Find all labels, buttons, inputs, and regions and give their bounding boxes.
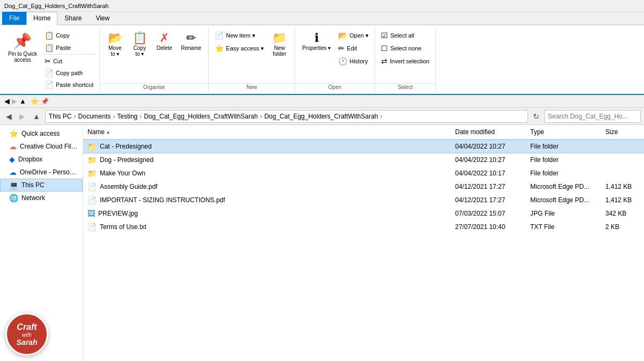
file-cell-size (601, 153, 644, 166)
file-cell-type: JPG File (526, 207, 601, 220)
watermark: Craft with Sarah (5, 313, 48, 356)
file-list-header: Name ▲ Date modified Type Size (83, 125, 644, 139)
paste-shortcut-button[interactable]: 📄 Paste shortcut (42, 79, 96, 91)
ribbon: 📌 Pin to Quickaccess 📋 Copy 📋 Paste ✂ Cu… (0, 25, 644, 95)
col-header-size[interactable]: Size (601, 126, 644, 138)
history-icon: 🕐 (338, 57, 347, 65)
sidebar-item-this-pc[interactable]: 💻 This PC (0, 179, 83, 191)
paste-button[interactable]: 📋 Paste (42, 42, 96, 54)
copy-path-button[interactable]: 📄 Copy path (42, 67, 96, 79)
sidebar-item-onedrive[interactable]: ☁ OneDrive - Personal (0, 166, 83, 179)
copy-to-button[interactable]: 📋 Copyto ▾ (128, 30, 151, 60)
properties-button[interactable]: ℹ Properties ▾ (298, 30, 334, 54)
new-group: 📄 New item ▾ ⭐ Easy access ▾ 📁 Newfolder… (209, 27, 295, 92)
file-cell-name: 📁 Dog - Predesigned (83, 153, 451, 166)
file-cell-date: 27/07/2021 10:40 (451, 220, 526, 233)
easy-access-button[interactable]: ⭐ Easy access ▾ (212, 42, 267, 54)
col-header-date[interactable]: Date modified (451, 126, 526, 138)
ribbon-tabs: File Home Share View (0, 12, 644, 25)
address-bar[interactable]: This PC › Documents › Testing › Dog_Cat_… (45, 110, 528, 123)
copy-to-icon: 📋 (133, 32, 147, 44)
file-name: Cat - Predesigned (100, 143, 152, 150)
new-item-icon: 📄 (215, 31, 224, 40)
breadcrumb-this-pc[interactable]: This PC (49, 113, 72, 120)
file-cell-type: Microsoft Edge PD... (526, 194, 601, 207)
select-all-button[interactable]: ☑ Select all (378, 30, 432, 41)
file-row[interactable]: 🖼 PREVIEW.jpg 07/03/2022 15:07 JPG File … (83, 207, 644, 220)
open-label: Open (295, 83, 375, 91)
file-icon: 📄 (87, 196, 97, 204)
rename-button[interactable]: ✏ Rename (177, 30, 205, 54)
clipboard-group: 📌 Pin to Quickaccess 📋 Copy 📋 Paste ✂ Cu… (0, 27, 100, 92)
onedrive-icon: ☁ (9, 168, 17, 176)
breadcrumb-folder1[interactable]: Dog_Cat_Egg_Holders_CraftWithSarah (144, 113, 258, 120)
file-name: Dog - Predesigned (100, 156, 153, 164)
invert-selection-button[interactable]: ⇄ Invert selection (378, 55, 432, 67)
forward-icon: ▶ (12, 97, 17, 105)
file-row[interactable]: 📄 Assembly Guide.pdf 04/12/2021 17:27 Mi… (83, 180, 644, 194)
tab-view[interactable]: View (89, 12, 116, 25)
search-input[interactable] (544, 110, 641, 123)
col-header-name[interactable]: Name ▲ (83, 126, 451, 138)
forward-button[interactable]: ▶ (17, 110, 28, 122)
file-name: IMPORTANT - SIZING INSTRUCTIONS.pdf (100, 196, 225, 204)
copy-button[interactable]: 📋 Copy (42, 30, 96, 41)
file-cell-name: 📁 Cat - Predesigned (83, 140, 451, 153)
delete-button[interactable]: ✗ Delete (152, 30, 176, 54)
breadcrumb-folder2[interactable]: Dog_Cat_Egg_Holders_CraftWithSarah (264, 113, 378, 120)
titlebar-text: Dog_Cat_Egg_Holders_CraftWithSarah (4, 3, 108, 9)
file-row[interactable]: 📄 Terms of Use.txt 27/07/2021 10:40 TXT … (83, 220, 644, 234)
properties-icon: ℹ (314, 32, 319, 44)
file-cell-date: 07/03/2022 15:07 (451, 207, 526, 220)
file-name: PREVIEW.jpg (98, 210, 138, 217)
pin-to-quick-access-button[interactable]: 📌 Pin to Quickaccess (3, 30, 42, 91)
creative-cloud-icon: ☁ (9, 142, 17, 151)
up-icon[interactable]: ▲ (19, 97, 26, 105)
col-header-type[interactable]: Type (526, 126, 601, 138)
tab-share[interactable]: Share (57, 12, 89, 25)
select-none-button[interactable]: ☐ Select none (378, 42, 432, 54)
file-row[interactable]: 📁 Dog - Predesigned 04/04/2022 10:27 Fil… (83, 153, 644, 167)
back-button[interactable]: ◀ (3, 110, 14, 122)
back-icon[interactable]: ◀ (4, 97, 10, 105)
file-row[interactable]: 📁 Cat - Predesigned 04/04/2022 10:27 Fil… (83, 139, 644, 153)
history-button[interactable]: 🕐 History (335, 55, 371, 67)
edit-button[interactable]: ✏ Edit (335, 42, 371, 54)
new-folder-button[interactable]: 📁 Newfolder (268, 30, 291, 60)
file-cell-date: 04/04/2022 10:17 (451, 167, 526, 180)
titlebar: Dog_Cat_Egg_Holders_CraftWithSarah (0, 0, 644, 12)
file-row[interactable]: 📁 Make Your Own 04/04/2022 10:17 File fo… (83, 167, 644, 180)
file-icon: 🖼 (87, 209, 95, 218)
quick-access-icon: ⭐ (9, 129, 18, 138)
sidebar-item-network[interactable]: 🌐 Network (0, 191, 83, 204)
file-cell-name: 🖼 PREVIEW.jpg (83, 207, 451, 220)
file-area: Name ▲ Date modified Type Size 📁 Cat - P… (83, 125, 644, 361)
copy-path-icon: 📄 (45, 69, 54, 77)
tab-file[interactable]: File (2, 12, 26, 25)
file-name: Make Your Own (100, 170, 145, 177)
move-to-button[interactable]: 📂 Moveto ▾ (103, 30, 127, 60)
paste-icon: 📋 (45, 43, 54, 52)
file-cell-name: 📄 IMPORTANT - SIZING INSTRUCTIONS.pdf (83, 194, 451, 207)
file-rows-container: 📁 Cat - Predesigned 04/04/2022 10:27 Fil… (83, 139, 644, 234)
easy-access-icon: ⭐ (215, 44, 224, 53)
file-cell-size (601, 167, 644, 180)
file-cell-type: File folder (526, 140, 601, 153)
new-item-button[interactable]: 📄 New item ▾ (212, 30, 267, 41)
clipboard-buttons: 📋 Copy 📋 Paste ✂ Cut 📄 Copy path 📄 Past (42, 30, 96, 91)
sidebar-item-dropbox[interactable]: ◆ Dropbox (0, 153, 83, 166)
file-cell-type: TXT File (526, 220, 601, 233)
up-button[interactable]: ▲ (30, 110, 43, 122)
sidebar-item-creative-cloud[interactable]: ☁ Creative Cloud Files (0, 140, 83, 153)
pin-icon: 📌 (13, 32, 32, 50)
open-button[interactable]: 📂 Open ▾ (335, 30, 371, 41)
breadcrumb-testing[interactable]: Testing (117, 113, 137, 120)
watermark-craft: Craft (17, 322, 36, 332)
breadcrumb-documents[interactable]: Documents (78, 113, 111, 120)
file-icon: 📁 (87, 169, 97, 178)
sidebar-item-quick-access[interactable]: ⭐ Quick access (0, 127, 83, 140)
file-row[interactable]: 📄 IMPORTANT - SIZING INSTRUCTIONS.pdf 04… (83, 194, 644, 207)
cut-button[interactable]: ✂ Cut (42, 55, 96, 67)
tab-home[interactable]: Home (26, 12, 57, 25)
refresh-button[interactable]: ↻ (530, 110, 542, 122)
